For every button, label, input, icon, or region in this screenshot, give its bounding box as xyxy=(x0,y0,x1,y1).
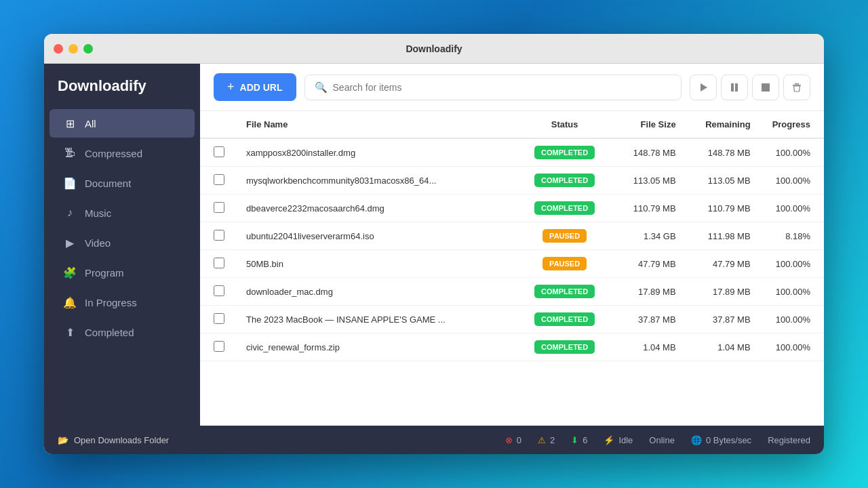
delete-button[interactable] xyxy=(783,75,810,100)
table-row: downloader_mac.dmg COMPLETED 17.89 MB 17… xyxy=(200,278,824,306)
row-filesize: 37.87 MB xyxy=(612,306,687,333)
row-filename: ubuntu22041liveserverarm64.iso xyxy=(235,222,517,250)
idle-label: Idle xyxy=(618,435,633,445)
row-filesize: 148.78 MB xyxy=(612,138,687,167)
row-status: COMPLETED xyxy=(517,306,612,333)
search-icon: 🔍 xyxy=(315,81,328,94)
video-icon: ▶ xyxy=(63,236,77,249)
window-title: Downloadify xyxy=(406,43,462,54)
row-checkbox xyxy=(200,333,235,361)
sidebar-item-document[interactable]: 📄 Document xyxy=(50,169,195,197)
sidebar-item-compressed[interactable]: 🗜 Compressed xyxy=(50,139,195,167)
row-status: COMPLETED xyxy=(517,167,612,195)
status-warnings: ⚠ 2 xyxy=(538,435,555,445)
app-logo-title: Downloadify xyxy=(44,77,200,108)
sidebar-item-in-progress[interactable]: 🔔 In Progress xyxy=(50,288,195,317)
app-window: Downloadify Downloadify ⊞ All 🗜 Compress… xyxy=(44,34,824,454)
sidebar-label-compressed: Compressed xyxy=(85,148,142,159)
row-check-0[interactable] xyxy=(214,146,224,157)
downloads-table: File Name Status File Size Remaining Pro… xyxy=(200,111,824,361)
music-icon: ♪ xyxy=(63,206,77,220)
sidebar-label-program: Program xyxy=(85,267,124,279)
row-check-1[interactable] xyxy=(214,174,224,185)
sidebar: Downloadify ⊞ All 🗜 Compressed 📄 Documen… xyxy=(44,64,200,426)
row-check-3[interactable] xyxy=(214,230,224,241)
sidebar-item-music[interactable]: ♪ Music xyxy=(50,199,195,227)
search-input[interactable] xyxy=(333,82,671,93)
download-icon: ⬇ xyxy=(571,435,578,445)
row-progress: 100.00% xyxy=(762,306,824,333)
content-area: + ADD URL 🔍 xyxy=(200,64,824,426)
table-row: 50MB.bin PAUSED 47.79 MB 47.79 MB 100.00… xyxy=(200,250,824,278)
status-badge: PAUSED xyxy=(542,257,587,270)
row-progress: 100.00% xyxy=(762,167,824,195)
sidebar-item-completed[interactable]: ⬆ Completed xyxy=(50,318,195,346)
row-check-2[interactable] xyxy=(214,202,224,213)
row-checkbox xyxy=(200,222,235,250)
row-checkbox xyxy=(200,138,235,167)
row-filesize: 110.79 MB xyxy=(612,195,687,222)
add-url-label: ADD URL xyxy=(240,82,283,93)
table-row: The 2023 MacBook — INSANE APPLE'S GAME .… xyxy=(200,306,824,333)
row-status: COMPLETED xyxy=(517,278,612,306)
svg-rect-3 xyxy=(762,83,770,92)
maximize-button[interactable] xyxy=(83,44,93,54)
row-check-7[interactable] xyxy=(214,341,224,352)
sidebar-label-all: All xyxy=(85,118,96,129)
row-remaining: 47.79 MB xyxy=(687,250,762,278)
in-progress-icon: 🔔 xyxy=(63,296,77,309)
warning-count: 2 xyxy=(550,435,555,445)
status-badge: COMPLETED xyxy=(534,201,595,215)
sidebar-item-video[interactable]: ▶ Video xyxy=(50,228,195,257)
status-badge: COMPLETED xyxy=(534,285,595,298)
row-progress: 100.00% xyxy=(762,278,824,306)
row-checkbox xyxy=(200,167,235,195)
error-icon: ⊗ xyxy=(505,435,513,445)
open-downloads-label: Open Downloads Folder xyxy=(74,435,169,445)
add-url-button[interactable]: + ADD URL xyxy=(214,73,296,101)
col-status: Status xyxy=(517,111,612,138)
row-check-4[interactable] xyxy=(214,258,224,268)
warning-icon: ⚠ xyxy=(538,435,546,445)
row-remaining: 17.89 MB xyxy=(687,278,762,306)
pause-button[interactable] xyxy=(721,75,748,100)
registration-label: Registered xyxy=(768,435,810,445)
row-check-6[interactable] xyxy=(214,313,224,324)
play-button[interactable] xyxy=(690,75,717,100)
row-remaining: 148.78 MB xyxy=(687,138,762,167)
speed-label: 0 Bytes/sec xyxy=(706,435,751,445)
minimize-button[interactable] xyxy=(68,44,78,54)
row-status: COMPLETED xyxy=(517,333,612,361)
row-status: COMPLETED xyxy=(517,138,612,167)
row-progress: 100.00% xyxy=(762,138,824,167)
sidebar-item-all[interactable]: ⊞ All xyxy=(50,109,195,138)
status-idle: ⚡ Idle xyxy=(604,435,633,445)
status-connection: Online xyxy=(649,435,675,445)
sidebar-label-completed: Completed xyxy=(85,327,134,338)
sidebar-item-program[interactable]: 🧩 Program xyxy=(50,258,195,287)
svg-rect-5 xyxy=(795,83,799,85)
toolbar-actions xyxy=(690,75,810,100)
status-badge: COMPLETED xyxy=(534,340,595,354)
row-check-5[interactable] xyxy=(214,285,224,296)
col-filesize: File Size xyxy=(612,111,687,138)
stop-button[interactable] xyxy=(752,75,779,100)
row-filename: civic_renewal_forms.zip xyxy=(235,333,517,361)
row-remaining: 37.87 MB xyxy=(687,306,762,333)
speed-icon: 🌐 xyxy=(691,435,702,445)
connection-label: Online xyxy=(649,435,675,445)
close-button[interactable] xyxy=(54,44,63,54)
status-downloads: ⬇ 6 xyxy=(571,435,587,445)
grid-icon: ⊞ xyxy=(63,117,77,130)
row-checkbox xyxy=(200,306,235,333)
open-downloads-folder[interactable]: 📂 Open Downloads Folder xyxy=(58,435,169,445)
row-filesize: 47.79 MB xyxy=(612,250,687,278)
row-progress: 8.18% xyxy=(762,222,824,250)
row-progress: 100.00% xyxy=(762,250,824,278)
document-icon: 📄 xyxy=(63,176,77,190)
plus-icon: + xyxy=(227,80,235,94)
col-remaining: Remaining xyxy=(687,111,762,138)
svg-rect-2 xyxy=(735,83,738,92)
toolbar: + ADD URL 🔍 xyxy=(200,64,824,111)
sidebar-label-video: Video xyxy=(85,237,111,249)
